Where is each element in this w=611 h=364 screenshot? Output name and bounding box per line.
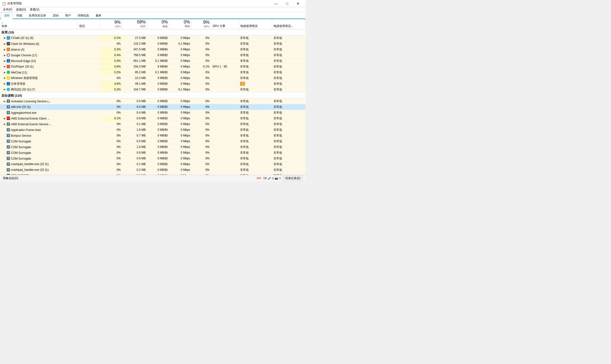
table-row[interactable]: ⚙COM Surrogate0%0.6 MB0 MB/秒0 Mbps0%非常低非… bbox=[0, 156, 306, 161]
process-power1: 高 bbox=[239, 81, 272, 87]
collapse-arrow[interactable]: ∧ bbox=[1, 22, 76, 24]
process-power1: 非常低 bbox=[239, 75, 272, 81]
table-row[interactable]: ⚙AggregatorHost.exe0%0.4 MB0 MB/秒0 Mbps0… bbox=[0, 110, 306, 116]
process-cpu: 0% bbox=[100, 156, 122, 161]
table-row[interactable]: ▶📁Windows 资源管理器0%22.3 MB0 MB/秒0 Mbps0%非常… bbox=[0, 75, 306, 81]
table-row[interactable]: ▶⚙Activation Licensing Service (...0%0.5… bbox=[0, 98, 306, 104]
process-gpu-engine bbox=[211, 98, 239, 104]
table-row[interactable]: ⚙COM Surrogate0%1.8 MB0 MB/秒0 Mbps0%非常低非… bbox=[0, 144, 306, 150]
expand-icon[interactable]: ▶ bbox=[4, 71, 7, 74]
table-row[interactable]: ▶WWeChat (11)0.2%85.2 MB0.1 MB/秒0 Mbps0%… bbox=[0, 69, 306, 75]
process-network: 0 Mbps bbox=[170, 173, 192, 175]
process-memory: 104.7 MB bbox=[122, 87, 147, 92]
process-network: 0 Mbps bbox=[170, 167, 192, 173]
process-power1: 非常低 bbox=[239, 121, 272, 127]
process-disk: 0 MB/秒 bbox=[147, 144, 169, 150]
tab-startup[interactable]: 启动 bbox=[50, 13, 62, 19]
process-status bbox=[78, 69, 100, 75]
window-title: 任务管理器 bbox=[7, 1, 22, 5]
status-bar-right[interactable]: 结束任务(E) bbox=[283, 176, 303, 181]
table-row[interactable]: ▶T任务管理器4.6%49.1 MB0 MB/秒0 Mbps0%高非常低 bbox=[0, 81, 306, 87]
expand-icon[interactable]: ▶ bbox=[4, 77, 7, 79]
table-row[interactable]: ▶eMicrosoft Edge (15)0.3%561.1 MB0.1 MB/… bbox=[0, 58, 306, 64]
col-header-status[interactable]: 状态 bbox=[78, 19, 100, 29]
expand-icon[interactable]: ▶ bbox=[4, 42, 7, 45]
process-cpu: 0% bbox=[100, 161, 122, 167]
tab-app-history[interactable]: 应用历史记录 bbox=[26, 13, 49, 19]
expand-icon[interactable]: ▶ bbox=[4, 60, 7, 62]
minimize-button[interactable]: — bbox=[271, 0, 282, 7]
process-gpu: 0% bbox=[192, 116, 211, 121]
table-row[interactable]: ⚙COM Surrogate0%0.9 MB0 MB/秒0 Mbps0%非常低非… bbox=[0, 150, 306, 156]
col-header-cpu[interactable]: 9% CPU bbox=[100, 19, 122, 29]
maximize-button[interactable]: □ bbox=[282, 0, 292, 7]
process-cpu: 0.2% bbox=[100, 47, 122, 52]
col-header-gpu-engine[interactable]: GPU 引擎 bbox=[211, 19, 239, 29]
col-header-power2[interactable]: 电源使用情况... bbox=[272, 19, 306, 29]
table-row[interactable]: ⚙crashpad_handler.exe (32 位)0%0.2 MB0 MB… bbox=[0, 167, 306, 173]
col-header-disk[interactable]: 0% 磁盘 bbox=[147, 19, 169, 29]
process-power2: 非常低 bbox=[272, 41, 306, 47]
process-name: COM Surrogate bbox=[11, 157, 31, 160]
expand-icon[interactable]: ▶ bbox=[4, 65, 7, 68]
table-row[interactable]: ▶AMDAMD External Events Client ...0.1%0.… bbox=[0, 116, 306, 121]
process-cpu: 0% bbox=[100, 133, 122, 138]
process-power2: 非常低 bbox=[272, 98, 306, 104]
process-disk: 0 MB/秒 bbox=[147, 150, 169, 156]
status-bar-left[interactable]: 简略信息(D) bbox=[3, 176, 18, 180]
expand-icon[interactable]: ▶ bbox=[4, 123, 7, 126]
table-row[interactable]: ⚙Application Frame Host0%1.6 MB0 MB/秒0 M… bbox=[0, 127, 306, 133]
title-bar-left: 📋 任务管理器 bbox=[2, 1, 22, 5]
expand-icon[interactable]: ▶ bbox=[4, 82, 7, 85]
table-row[interactable]: ▶⚙AMD External Events Service ...0%0.1 M… bbox=[0, 121, 306, 127]
menu-bar: 文件(F) 选项(O) 查看(V) bbox=[0, 7, 306, 13]
process-memory: 0.6 MB bbox=[122, 156, 147, 161]
process-gpu: 0% bbox=[192, 156, 211, 161]
expand-icon[interactable]: ▶ bbox=[4, 88, 7, 91]
close-button[interactable]: ✕ bbox=[292, 0, 304, 7]
menu-options[interactable]: 选项(O) bbox=[14, 7, 28, 12]
process-cpu: 0% bbox=[100, 75, 122, 81]
process-power1: 非常低 bbox=[239, 52, 272, 58]
table-row[interactable]: ⚙COM Surrogate0%0.5 MB0 MB/秒0 Mbps0%非常低非… bbox=[0, 138, 306, 144]
expand-icon[interactable]: ▶ bbox=[4, 54, 7, 56]
process-name: OcsPlayer (32 位) bbox=[11, 65, 34, 68]
process-status bbox=[78, 81, 100, 87]
table-row[interactable]: ⚙Bonjour Service0%0.7 MB0 MB/秒0 Mbps0%非常… bbox=[0, 133, 306, 138]
process-name: Activation Licensing Service (... bbox=[11, 100, 51, 103]
expand-icon[interactable]: ▶ bbox=[4, 100, 7, 103]
col-header-net[interactable]: 0% 网络 bbox=[170, 19, 192, 29]
expand-icon[interactable]: ▶ bbox=[4, 117, 7, 120]
table-row[interactable]: ⚙crashpad_handler.exe (32 位)0%0.1 MB0 MB… bbox=[0, 161, 306, 167]
table-row[interactable]: ▶OOcsPlayer (32 位)0.6%256.3 MB0 MB/秒0 Mb… bbox=[0, 64, 306, 69]
col-header-name[interactable]: ∧ 名称 bbox=[0, 19, 78, 29]
table-row[interactable]: ▶ClClash for Windows (6)0%132.2 MB0 MB/秒… bbox=[0, 41, 306, 47]
tab-processes[interactable]: 进程 bbox=[1, 13, 13, 19]
process-disk: 0 MB/秒 bbox=[147, 35, 169, 41]
menu-view[interactable]: 查看(V) bbox=[28, 7, 41, 12]
process-cpu: 0% bbox=[100, 104, 122, 110]
process-gpu-engine: GPU 1 - 3D bbox=[211, 64, 239, 69]
table-row[interactable]: ▶Google Chrome (17)0.4%768.5 MB0 MB/秒0 M… bbox=[0, 52, 306, 58]
table-row[interactable]: CCTF 加载程序0%5.6 MB0 MB/秒0 Mbps0%非常低非常低 bbox=[0, 173, 306, 175]
tab-services[interactable]: 服务 bbox=[93, 13, 105, 19]
tab-performance[interactable]: 性能 bbox=[13, 13, 25, 19]
process-memory: 0.1 MB bbox=[122, 161, 147, 167]
process-name: Microsoft Edge (15) bbox=[11, 59, 36, 63]
tab-users[interactable]: 用户 bbox=[62, 13, 74, 19]
process-power1: 非常低 bbox=[239, 167, 272, 173]
table-row[interactable]: ▶Q腾讯QQ (32 位) (7)0.2%104.7 MB0 MB/秒0.1 M… bbox=[0, 87, 306, 92]
process-gpu: 0% bbox=[192, 144, 211, 150]
col-header-gpu[interactable]: 9% GPU bbox=[192, 19, 211, 29]
menu-file[interactable]: 文件(F) bbox=[1, 7, 14, 12]
expand-icon[interactable]: ▶ bbox=[4, 48, 7, 51]
process-disk: 0 MB/秒 bbox=[147, 127, 169, 133]
col-header-power1[interactable]: 电源使用情况 bbox=[239, 19, 272, 29]
tab-details[interactable]: 详细信息 bbox=[74, 13, 92, 19]
expand-icon[interactable]: ▶ bbox=[4, 37, 7, 39]
table-row[interactable]: ▶Ddraw.io (4)0.2%347.5 MB0 MB/秒0 Mbps0%非… bbox=[0, 47, 306, 52]
table-row[interactable]: ⚙adb.exe (32 位)0%0.5 MB0 MB/秒0 Mbps0%非常低… bbox=[0, 104, 306, 110]
col-header-mem[interactable]: 58% 内存 bbox=[122, 19, 147, 29]
process-disk: 0 MB/秒 bbox=[147, 138, 169, 144]
table-row[interactable]: ▶CCCtalk (32 位) (6)0.1%27.5 MB0 MB/秒0 Mb… bbox=[0, 35, 306, 41]
